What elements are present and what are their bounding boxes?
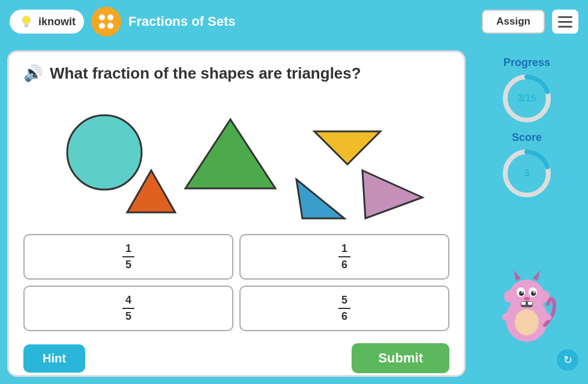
progress-box: Progress 3/15 <box>473 56 581 125</box>
score-box: Score 3 <box>473 131 581 200</box>
answer-btn-1[interactable]: 1 6 <box>239 234 449 280</box>
fraction-3: 5 6 <box>338 294 350 323</box>
svg-point-3 <box>67 115 142 190</box>
submit-button[interactable]: Submit <box>352 343 449 373</box>
progress-circle: 3/15 <box>500 71 554 125</box>
progress-value: 3/15 <box>517 93 536 104</box>
svg-marker-25 <box>514 270 521 281</box>
fraction-num-0: 1 <box>122 242 134 257</box>
logo-bulb-icon <box>18 13 35 30</box>
fraction-den-3: 6 <box>338 309 350 323</box>
logo-text: iknowit <box>38 16 76 28</box>
svg-marker-6 <box>314 131 380 164</box>
fraction-0: 1 5 <box>122 242 134 271</box>
assign-button[interactable]: Assign <box>482 10 545 34</box>
menu-button[interactable] <box>552 10 578 34</box>
question-text: What fraction of the shapes are triangle… <box>50 64 361 83</box>
svg-point-14 <box>509 280 545 313</box>
score-value: 3 <box>524 168 530 179</box>
main-content: 🔊 What fraction of the shapes are triang… <box>0 43 588 384</box>
shapes-svg <box>23 92 449 224</box>
shapes-area <box>23 92 449 224</box>
svg-marker-4 <box>185 119 275 188</box>
svg-rect-1 <box>25 24 29 26</box>
svg-point-21 <box>524 297 530 301</box>
answers-grid: 1 5 1 6 4 5 5 6 <box>23 234 449 331</box>
answer-btn-2[interactable]: 4 5 <box>23 286 233 331</box>
left-panel: 🔊 What fraction of the shapes are triang… <box>7 50 466 377</box>
fraction-den-0: 5 <box>122 257 134 271</box>
right-panel: Progress 3/15 Score 3 <box>473 50 581 377</box>
fraction-den-2: 5 <box>122 309 134 323</box>
svg-point-0 <box>22 16 31 24</box>
svg-marker-26 <box>533 270 540 281</box>
svg-point-19 <box>521 292 523 293</box>
svg-rect-24 <box>528 302 532 305</box>
topic-title: Fractions of Sets <box>128 14 475 29</box>
menu-line-1 <box>558 16 572 18</box>
fraction-num-2: 4 <box>122 294 134 309</box>
score-circle: 3 <box>500 146 554 200</box>
fraction-num-3: 5 <box>338 294 350 309</box>
topic-icon <box>91 7 121 37</box>
progress-label: Progress <box>503 56 550 69</box>
svg-rect-23 <box>521 302 526 305</box>
fraction-den-1: 6 <box>338 257 350 271</box>
bottom-row: Hint Submit <box>23 343 449 373</box>
answer-btn-3[interactable]: 5 6 <box>239 286 449 331</box>
fraction-1: 1 6 <box>338 242 350 271</box>
topic-dots <box>99 14 113 29</box>
mascot-icon <box>491 253 563 343</box>
question-row: 🔊 What fraction of the shapes are triang… <box>23 64 449 83</box>
svg-marker-7 <box>296 179 344 218</box>
sound-icon[interactable]: 🔊 <box>23 64 43 83</box>
hint-button[interactable]: Hint <box>23 344 85 373</box>
menu-line-3 <box>558 26 572 28</box>
menu-line-2 <box>558 21 572 23</box>
svg-point-20 <box>533 292 535 293</box>
logo[interactable]: iknowit <box>10 10 84 34</box>
score-label: Score <box>512 131 542 144</box>
fraction-2: 4 5 <box>122 294 134 323</box>
back-arrow-icon: ↻ <box>563 353 572 367</box>
svg-marker-8 <box>362 170 422 218</box>
mascot-area <box>491 206 563 343</box>
svg-marker-5 <box>127 170 175 212</box>
answer-btn-0[interactable]: 1 5 <box>23 234 233 280</box>
svg-point-29 <box>515 309 539 335</box>
header: iknowit Fractions of Sets Assign <box>0 0 588 43</box>
svg-rect-2 <box>25 26 28 27</box>
svg-point-27 <box>504 290 514 302</box>
back-button[interactable]: ↻ <box>557 349 578 371</box>
fraction-num-1: 1 <box>338 242 350 257</box>
